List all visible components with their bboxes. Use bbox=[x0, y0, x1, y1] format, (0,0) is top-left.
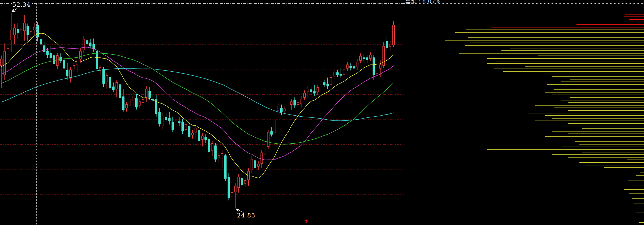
chart-window: S 52.34 24.83 套牢：8.07% bbox=[0, 0, 644, 225]
chip-distribution-chart[interactable] bbox=[404, 0, 644, 225]
low-price-label: 24.83 bbox=[236, 213, 256, 219]
kline-chart[interactable]: S bbox=[0, 0, 404, 225]
panel-divider bbox=[404, 0, 404, 225]
trapped-ratio-label: 套牢：8.07% bbox=[405, 0, 441, 4]
svg-text:S: S bbox=[305, 219, 307, 223]
high-price-label: 52.34 bbox=[12, 2, 31, 8]
